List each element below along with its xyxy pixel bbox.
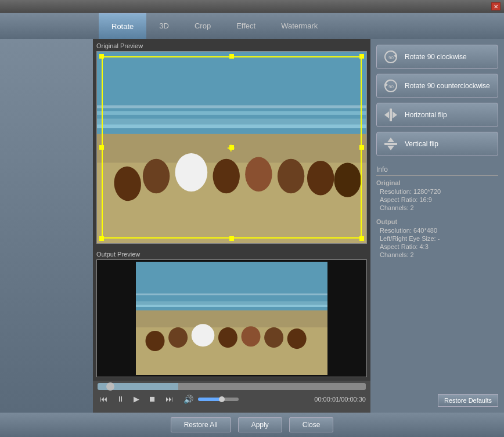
v-flip-button[interactable]: Vertical flip [376,132,498,156]
svg-point-11 [245,157,272,192]
close-button[interactable]: Close [289,417,334,432]
info-box: Info Original Resolution: 1280*720 Aspec… [376,165,498,259]
volume-slider[interactable] [198,398,239,401]
output-channels: Channels: 2 [376,251,498,258]
original-horse-scene: ✛ [97,52,366,243]
v-flip-label: Vertical flip [405,140,438,148]
svg-point-14 [334,162,361,197]
v-flip-icon [383,136,399,152]
main-area: Original Preview [0,39,504,413]
original-preview-label: Original Preview [96,42,367,49]
player-bar: ⏮ ⏸ ▶ ⏹ ⏭ 🔊 00:00:01/00:00:30 [93,381,370,413]
output-eye-size: Left/Right Eye Size: - [376,235,498,242]
original-resolution: Resolution: 1280*720 [376,188,498,195]
tab-rotate[interactable]: Rotate [99,13,146,39]
stop-button[interactable]: ⏹ [146,393,159,405]
original-aspect-ratio: Aspect Ratio: 16:9 [376,196,498,203]
restore-all-button[interactable]: Restore All [171,417,231,432]
controls-row: ⏮ ⏸ ▶ ⏹ ⏭ 🔊 00:00:01/00:00:30 [98,393,366,405]
crop-handle-bc[interactable] [229,236,234,241]
svg-rect-18 [136,294,327,295]
h-flip-icon [383,107,399,123]
svg-point-25 [242,326,261,346]
svg-point-12 [278,159,304,193]
crop-handle-center[interactable] [229,145,234,150]
crop-handle-lc[interactable] [99,145,104,150]
crop-handle-tl[interactable] [99,54,104,59]
output-preview-section: Output Preview [93,247,370,381]
svg-point-23 [192,324,215,346]
output-scene-svg [136,262,327,375]
svg-rect-17 [136,305,327,307]
svg-point-10 [213,159,240,193]
title-bar: ✕ [0,0,504,13]
svg-rect-4 [97,105,366,108]
svg-marker-39 [387,146,394,150]
svg-rect-37 [384,143,397,145]
svg-text:90: 90 [388,84,394,89]
rotate-cw-icon: 90 [383,49,399,65]
h-flip-button[interactable]: Horizontal flip [376,103,498,127]
original-channels: Channels: 2 [376,204,498,211]
original-info-label: Original [376,179,498,186]
bottom-bar: Restore All Apply Close [0,413,504,437]
tab-effect[interactable]: Effect [224,13,268,39]
tab-3d[interactable]: 3D [146,13,182,39]
svg-marker-32 [385,83,388,87]
crop-handle-br[interactable] [359,236,364,241]
apply-button[interactable]: Apply [238,417,282,432]
output-aspect-ratio: Aspect Ratio: 4:3 [376,243,498,250]
tab-watermark[interactable]: Watermark [268,13,330,39]
output-inner-frame [136,262,327,375]
info-title: Info [376,165,498,176]
crop-handle-tr[interactable] [359,54,364,59]
svg-point-13 [307,161,334,195]
pause-button[interactable]: ⏸ [114,393,127,405]
svg-point-9 [175,153,208,192]
svg-text:90: 90 [388,55,394,60]
tab-bar: Rotate 3D Crop Effect Watermark [0,13,504,39]
close-window-button[interactable]: ✕ [491,2,501,10]
crop-handle-tc[interactable] [229,54,234,59]
svg-rect-20 [136,310,327,327]
output-preview-image [96,259,367,377]
svg-rect-3 [97,111,366,115]
rotate-ccw-button[interactable]: 90 Rotate 90 counterclockwise [376,74,498,98]
rotate-cw-label: Rotate 90 clockwise [405,53,467,61]
tab-crop[interactable]: Crop [182,13,224,39]
svg-point-22 [168,327,188,348]
svg-point-27 [287,328,307,349]
h-flip-label: Horizontal flip [405,111,447,119]
svg-point-8 [143,159,170,193]
play-button[interactable]: ▶ [131,393,142,405]
crop-handle-bl[interactable] [99,236,104,241]
svg-rect-34 [390,109,392,121]
svg-rect-16 [136,301,327,305]
output-resolution: Resolution: 640*480 [376,227,498,234]
svg-rect-1 [97,119,366,125]
svg-rect-2 [97,124,366,128]
skip-forward-button[interactable]: ⏭ [163,393,175,405]
svg-point-26 [264,327,283,348]
time-display: 00:00:01/00:00:30 [314,396,366,403]
svg-point-21 [146,331,165,351]
right-panel: 90 Rotate 90 clockwise 90 Rotate 90 coun… [370,39,504,413]
rotate-cw-button[interactable]: 90 Rotate 90 clockwise [376,45,498,69]
output-info-label: Output [376,218,498,225]
output-preview-label: Output Preview [96,251,367,258]
volume-icon: 🔊 [183,395,193,404]
skip-back-button[interactable]: ⏮ [98,393,110,405]
restore-defaults-button[interactable]: Restore Defaults [438,394,498,407]
original-preview-image: ✛ [96,51,367,244]
rotate-ccw-icon: 90 [383,78,399,94]
svg-marker-38 [387,138,394,142]
svg-marker-35 [384,111,389,118]
svg-marker-36 [393,111,397,118]
left-panel [0,39,93,413]
crop-handle-rc[interactable] [359,145,364,150]
rotate-ccw-label: Rotate 90 counterclockwise [405,82,490,90]
seek-slider[interactable] [98,383,366,390]
svg-point-24 [218,327,237,348]
original-preview-section: Original Preview [93,39,370,247]
center-panel: Original Preview [93,39,370,413]
